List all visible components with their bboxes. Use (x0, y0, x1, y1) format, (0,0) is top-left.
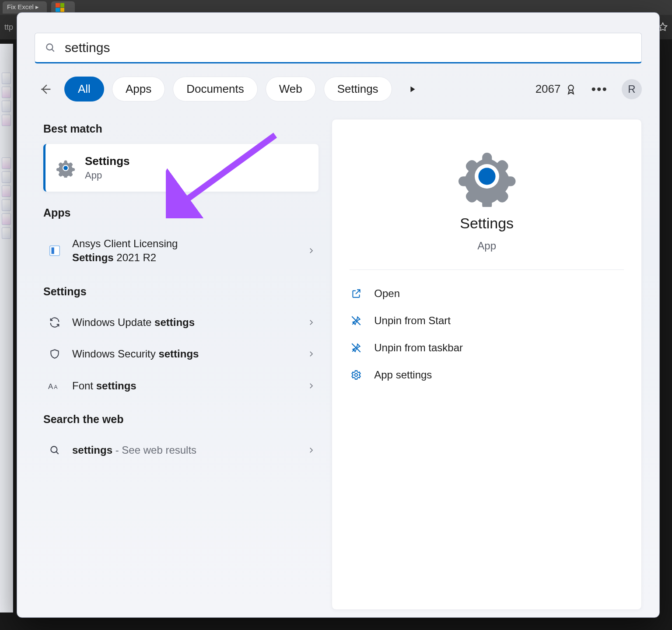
svg-text:A: A (54, 384, 58, 390)
settings-result-text: Windows Update settings (72, 315, 298, 329)
web-result-text: settings - See web results (72, 443, 298, 457)
action-unpin-taskbar[interactable]: Unpin from taskbar (350, 342, 624, 354)
svg-line-1 (52, 49, 54, 51)
browser-tab[interactable] (51, 1, 75, 14)
user-avatar[interactable]: R (622, 79, 642, 99)
best-match-subtitle: App (85, 170, 130, 181)
settings-result-item[interactable]: Windows Security settings (43, 338, 318, 370)
filter-tab-settings[interactable]: Settings (324, 77, 392, 102)
action-label: Unpin from Start (374, 315, 451, 327)
search-input-container[interactable] (35, 33, 642, 63)
back-arrow-icon[interactable] (35, 78, 56, 100)
action-unpin-start[interactable]: Unpin from Start (350, 315, 624, 327)
address-fragment: ttp (4, 23, 13, 32)
section-settings: Settings (43, 285, 318, 298)
points-value: 2067 (536, 82, 561, 96)
gear-outline-icon (350, 369, 363, 381)
section-apps: Apps (43, 206, 318, 219)
svg-rect-5 (50, 246, 60, 256)
settings-result-item[interactable]: Windows Update settings (43, 307, 318, 338)
svg-text:A: A (48, 382, 53, 390)
refresh-icon (47, 316, 63, 329)
app-result-item[interactable]: Ansys Client Licensing Settings 2021 R2 (43, 228, 318, 274)
web-result-item[interactable]: settings - See web results (43, 434, 318, 466)
microsoft-logo-icon (56, 3, 64, 12)
filter-tab-all[interactable]: All (64, 77, 104, 102)
best-match-title: Settings (85, 154, 130, 168)
shield-icon (47, 347, 63, 360)
settings-result-text: Font settings (72, 379, 298, 393)
svg-point-13 (355, 374, 358, 377)
best-match-result[interactable]: Settings App (43, 144, 318, 192)
filter-tabs-row: All Apps Documents Web Settings 2067 •••… (17, 63, 659, 102)
settings-result-item[interactable]: AA Font settings (43, 370, 318, 402)
unpin-icon (350, 315, 363, 326)
svg-point-12 (478, 168, 495, 185)
detail-title: Settings (460, 215, 514, 232)
action-label: Open (374, 287, 400, 300)
svg-point-0 (46, 44, 52, 50)
chevron-right-icon (307, 350, 315, 358)
chevron-right-icon (307, 446, 315, 454)
svg-point-9 (51, 446, 57, 452)
detail-subtitle: App (477, 240, 496, 252)
browser-tab[interactable]: Fix Excel ▸ (3, 1, 47, 14)
gear-icon (56, 158, 75, 178)
gear-icon (456, 146, 518, 207)
app-tile-icon (47, 244, 63, 257)
search-icon (47, 444, 63, 456)
chevron-right-icon (307, 318, 315, 326)
search-input[interactable] (65, 40, 632, 55)
svg-line-10 (56, 452, 58, 454)
action-open[interactable]: Open (350, 287, 624, 300)
filter-tab-documents[interactable]: Documents (173, 77, 258, 102)
open-external-icon (350, 288, 363, 299)
section-best-match: Best match (43, 122, 318, 135)
rewards-points[interactable]: 2067 (536, 82, 578, 96)
app-result-text: Ansys Client Licensing Settings 2021 R2 (72, 237, 298, 265)
background-app-sliver (0, 44, 13, 612)
settings-result-text: Windows Security settings (72, 347, 298, 361)
more-filters-icon[interactable] (408, 84, 417, 94)
search-icon (45, 42, 56, 53)
chevron-right-icon (307, 247, 315, 255)
filter-tab-apps[interactable]: Apps (112, 77, 165, 102)
svg-rect-6 (52, 248, 54, 254)
unpin-icon (350, 342, 363, 354)
action-app-settings[interactable]: App settings (350, 369, 624, 381)
more-options-icon[interactable]: ••• (585, 82, 614, 97)
section-search-web: Search the web (43, 413, 318, 426)
font-icon: AA (47, 380, 63, 392)
filter-tab-web[interactable]: Web (266, 77, 316, 102)
svg-point-2 (569, 85, 574, 90)
rewards-medal-icon (565, 83, 577, 95)
windows-search-panel: All Apps Documents Web Settings 2067 •••… (17, 12, 660, 618)
chevron-right-icon (307, 382, 315, 390)
action-label: App settings (374, 369, 432, 381)
action-label: Unpin from taskbar (374, 342, 463, 354)
results-column: Best match Settings App (43, 119, 318, 610)
detail-pane: Settings App Open Unpin from Sta (332, 119, 642, 610)
svg-point-4 (63, 166, 68, 170)
